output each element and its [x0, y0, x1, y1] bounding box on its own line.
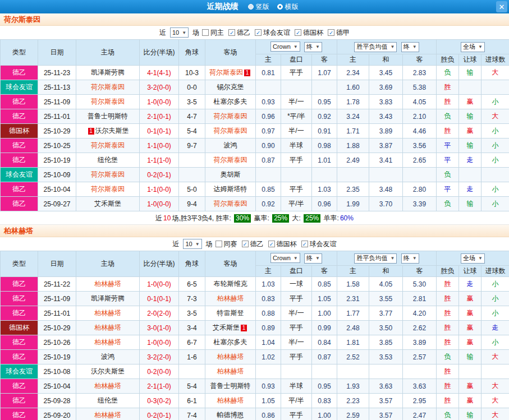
- team-name[interactable]: 荷尔斯泰因: [214, 200, 247, 207]
- home-team[interactable]: 荷尔斯泰因: [76, 139, 140, 153]
- home-team[interactable]: 柏林赫塔: [76, 379, 140, 394]
- away-team[interactable]: 柏林赫塔: [205, 364, 256, 379]
- team-name[interactable]: 柏林赫塔: [217, 294, 244, 302]
- home-team[interactable]: 纽伦堡: [76, 153, 140, 168]
- avg-odds-select[interactable]: 胜平负均值▼: [354, 42, 397, 52]
- away-team[interactable]: 荷尔斯泰因1: [205, 66, 256, 80]
- team-name[interactable]: 柏林赫塔: [94, 324, 121, 331]
- away-team[interactable]: 普鲁士明斯特: [205, 379, 256, 394]
- team-name[interactable]: 杜塞尔多夫: [214, 338, 247, 346]
- team-name[interactable]: 荷尔斯泰因: [91, 141, 125, 149]
- away-team[interactable]: 柏林赫塔: [205, 292, 256, 306]
- checkbox-unchecked-icon[interactable]: [215, 241, 222, 247]
- team-name[interactable]: 荷尔斯泰因: [214, 127, 247, 135]
- team-name[interactable]: 凯泽斯劳腾: [91, 294, 125, 302]
- team-name[interactable]: 荷尔斯泰因: [214, 156, 247, 164]
- team-name[interactable]: 特雷斯登: [217, 309, 244, 317]
- away-team[interactable]: 荷尔斯泰因: [205, 109, 256, 124]
- checkbox-checked-icon[interactable]: ✓: [255, 29, 262, 36]
- team-name[interactable]: 锡尔克堡: [217, 83, 244, 91]
- team-name[interactable]: 柏林赫塔: [94, 338, 121, 346]
- checkbox-checked-icon[interactable]: ✓: [295, 29, 301, 36]
- home-team[interactable]: 凯泽斯劳腾: [76, 66, 140, 80]
- home-team[interactable]: 普鲁士明斯特: [76, 109, 140, 124]
- home-team[interactable]: 纽伦堡: [76, 394, 140, 408]
- team-name[interactable]: 奥胡斯: [221, 170, 241, 178]
- layout-radio-horizontal[interactable]: 横版: [277, 2, 299, 12]
- team-name[interactable]: 沃尔夫斯堡: [95, 127, 129, 135]
- team-name[interactable]: 荷尔斯泰因: [214, 112, 247, 120]
- team-name[interactable]: 柏林赫塔: [217, 353, 244, 361]
- team-name[interactable]: 荷尔斯泰因: [91, 98, 125, 105]
- filter-checkbox[interactable]: ✓球会友谊: [255, 28, 290, 38]
- team-name[interactable]: 柏林赫塔: [94, 382, 121, 390]
- team-name[interactable]: 普鲁士明斯特: [210, 382, 251, 390]
- team-name[interactable]: 达姆斯塔特: [214, 185, 247, 193]
- team-name[interactable]: 凯泽斯劳腾: [91, 68, 125, 76]
- home-team[interactable]: 柏林赫塔: [76, 321, 140, 335]
- checkbox-checked-icon[interactable]: ✓: [228, 29, 235, 36]
- team-name[interactable]: 柏林赫塔: [94, 411, 121, 419]
- match-count-select[interactable]: 10▼: [170, 27, 189, 38]
- match-count-select[interactable]: 10▼: [183, 239, 201, 249]
- away-team[interactable]: 荷尔斯泰因: [205, 197, 256, 211]
- home-team[interactable]: 沃尔夫斯堡: [76, 364, 140, 379]
- checkbox-checked-icon[interactable]: ✓: [328, 29, 334, 36]
- avg-stage-select[interactable]: 终▼: [401, 42, 419, 52]
- home-team[interactable]: 荷尔斯泰因: [76, 182, 140, 197]
- away-team[interactable]: 达姆斯塔特: [205, 182, 256, 197]
- odds-stage-select[interactable]: 终▼: [304, 253, 322, 264]
- team-name[interactable]: 荷尔斯泰因: [209, 68, 243, 76]
- team-name[interactable]: 柏林赫塔: [217, 396, 244, 404]
- away-team[interactable]: 帕德博恩: [205, 408, 256, 420]
- home-team[interactable]: 柏林赫塔: [76, 408, 140, 420]
- home-team[interactable]: 柏林赫塔: [76, 277, 140, 292]
- team-name[interactable]: 纽伦堡: [98, 396, 118, 404]
- radio-icon[interactable]: [277, 4, 283, 10]
- bookmaker-select[interactable]: Crown▼: [270, 41, 300, 52]
- away-team[interactable]: 艾禾斯堡1: [205, 321, 256, 335]
- home-team[interactable]: 柏林赫塔: [76, 306, 140, 321]
- home-team[interactable]: 波鸿: [76, 350, 140, 364]
- team-name[interactable]: 沃尔夫斯堡: [91, 367, 125, 375]
- radio-icon[interactable]: [248, 4, 254, 10]
- away-team[interactable]: 锡尔克堡: [205, 80, 256, 95]
- home-team[interactable]: 凯泽斯劳腾: [76, 292, 140, 306]
- team-name[interactable]: 艾禾斯堡: [213, 324, 240, 331]
- filter-checkbox[interactable]: 同主: [202, 28, 224, 38]
- avg-odds-select[interactable]: 胜平负均值▼: [354, 253, 397, 264]
- checkbox-checked-icon[interactable]: ✓: [242, 241, 249, 247]
- close-icon[interactable]: ✕: [496, 1, 507, 12]
- away-team[interactable]: 杜塞尔多夫: [205, 95, 256, 109]
- filter-checkbox[interactable]: ✓德乙: [242, 239, 264, 249]
- away-team[interactable]: 荷尔斯泰因: [205, 124, 256, 139]
- home-team[interactable]: 艾禾斯堡: [76, 197, 140, 211]
- home-team[interactable]: 荷尔斯泰因: [76, 80, 140, 95]
- home-team[interactable]: 荷尔斯泰因: [76, 95, 140, 109]
- checkbox-checked-icon[interactable]: ✓: [301, 241, 308, 247]
- away-team[interactable]: 杜塞尔多夫: [205, 335, 256, 350]
- home-team[interactable]: 1沃尔夫斯堡: [76, 124, 140, 139]
- away-team[interactable]: 波鸿: [205, 139, 256, 153]
- filter-checkbox[interactable]: ✓德甲: [328, 28, 350, 38]
- layout-radio-vertical[interactable]: 竖版: [248, 2, 269, 12]
- team-name[interactable]: 艾禾斯堡: [94, 200, 121, 207]
- avg-stage-select[interactable]: 终▼: [401, 253, 419, 264]
- team-name[interactable]: 荷尔斯泰因: [91, 170, 125, 178]
- team-name[interactable]: 纽伦堡: [98, 156, 118, 164]
- team-name[interactable]: 荷尔斯泰因: [91, 185, 125, 193]
- team-name[interactable]: 波鸿: [224, 141, 237, 149]
- away-team[interactable]: 布轮斯维克: [205, 277, 256, 292]
- home-team[interactable]: 荷尔斯泰因: [76, 168, 140, 182]
- team-name[interactable]: 帕德博恩: [217, 411, 244, 419]
- checkbox-unchecked-icon[interactable]: [202, 29, 209, 36]
- odds-stage-select[interactable]: 终▼: [304, 42, 322, 52]
- team-name[interactable]: 普鲁士明斯特: [88, 112, 128, 120]
- filter-checkbox[interactable]: ✓德国杯: [268, 239, 297, 249]
- away-team[interactable]: 柏林赫塔: [205, 394, 256, 408]
- filter-checkbox[interactable]: ✓球会友谊: [301, 239, 337, 249]
- filter-checkbox[interactable]: ✓德国杯: [295, 28, 323, 38]
- team-name[interactable]: 柏林赫塔: [94, 280, 121, 288]
- away-team[interactable]: 荷尔斯泰因: [205, 153, 256, 168]
- team-name[interactable]: 布轮斯维克: [214, 280, 247, 288]
